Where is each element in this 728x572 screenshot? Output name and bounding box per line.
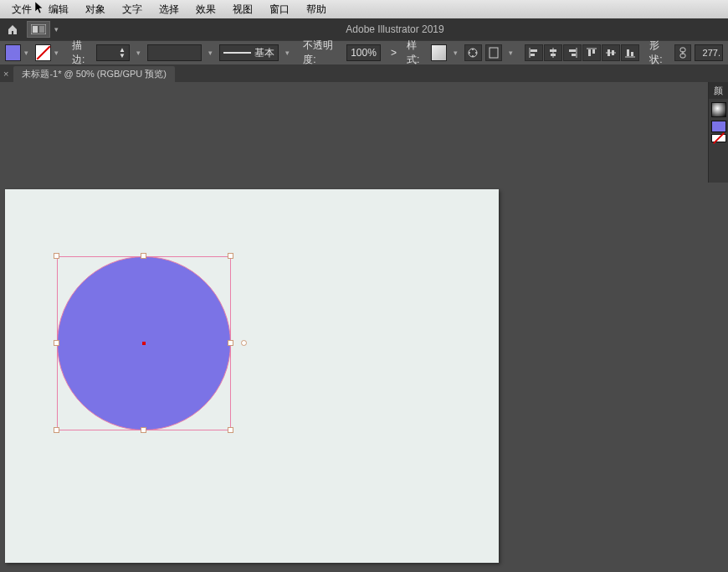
stroke-swatch[interactable] bbox=[35, 44, 51, 61]
live-shape-handle[interactable] bbox=[241, 340, 247, 346]
svg-rect-25 bbox=[627, 49, 629, 56]
side-panel: 颜 bbox=[708, 82, 728, 183]
align-left-icon[interactable] bbox=[525, 44, 543, 61]
handle-bottom-middle[interactable] bbox=[141, 427, 146, 433]
opacity-arrow[interactable]: > bbox=[391, 47, 397, 59]
align-hcenter-icon[interactable] bbox=[544, 44, 562, 61]
shape-link-icon[interactable] bbox=[674, 44, 692, 61]
svg-rect-26 bbox=[631, 52, 633, 56]
menu-file[interactable]: 文件 bbox=[3, 3, 40, 17]
fill-dropdown-icon[interactable]: ▾ bbox=[24, 49, 32, 57]
svg-rect-13 bbox=[550, 49, 556, 52]
fill-swatch[interactable] bbox=[5, 44, 21, 61]
svg-rect-20 bbox=[592, 49, 595, 54]
align-right-icon[interactable] bbox=[563, 44, 582, 61]
svg-point-5 bbox=[475, 52, 477, 54]
svg-rect-14 bbox=[551, 54, 556, 56]
selection-center-icon bbox=[142, 342, 146, 345]
svg-point-4 bbox=[472, 49, 474, 50]
svg-rect-1 bbox=[33, 26, 38, 33]
document-setup-icon[interactable] bbox=[485, 44, 503, 61]
stroke-label: 描边: bbox=[72, 39, 93, 67]
align-top-icon[interactable] bbox=[582, 44, 601, 61]
side-panel-fill-swatch[interactable] bbox=[711, 121, 726, 132]
svg-rect-10 bbox=[531, 49, 537, 52]
doc-setup-dropdown-icon[interactable]: ▾ bbox=[505, 49, 516, 57]
handle-top-right[interactable] bbox=[228, 253, 233, 259]
menu-type[interactable]: 文字 bbox=[114, 3, 151, 17]
handle-middle-right[interactable] bbox=[228, 340, 233, 346]
tab-close-icon[interactable]: × bbox=[3, 69, 8, 79]
shape-width-field[interactable]: 277. bbox=[695, 44, 723, 61]
side-panel-tab[interactable]: 颜 bbox=[709, 82, 728, 99]
handle-bottom-left[interactable] bbox=[54, 427, 59, 433]
opacity-label: 不透明度: bbox=[303, 39, 343, 67]
stroke-weight-stepper-icon[interactable]: ▲▼ bbox=[119, 47, 126, 59]
menu-object[interactable]: 对象 bbox=[77, 3, 114, 17]
align-bottom-icon[interactable] bbox=[621, 44, 639, 61]
opacity-field[interactable]: 100% bbox=[346, 44, 381, 61]
svg-rect-23 bbox=[612, 50, 614, 55]
workspace: 颜 bbox=[0, 82, 728, 572]
handle-bottom-right[interactable] bbox=[228, 427, 233, 433]
svg-rect-16 bbox=[569, 49, 576, 52]
menu-edit[interactable]: 编辑 bbox=[40, 3, 77, 17]
menu-effect[interactable]: 效果 bbox=[187, 3, 224, 17]
svg-rect-8 bbox=[490, 48, 498, 58]
artboard[interactable] bbox=[5, 189, 499, 563]
handle-top-middle[interactable] bbox=[141, 253, 146, 259]
home-icon[interactable] bbox=[3, 20, 22, 39]
svg-point-6 bbox=[472, 55, 474, 57]
align-group bbox=[525, 44, 639, 61]
titlebar: ▾ Adobe Illustrator 2019 bbox=[0, 18, 728, 40]
var-width-dropdown-icon[interactable]: ▾ bbox=[205, 49, 216, 57]
brush-definition[interactable]: 基本 bbox=[219, 44, 279, 61]
stroke-weight-field[interactable]: ▲▼ bbox=[96, 44, 129, 61]
menu-view[interactable]: 视图 bbox=[224, 3, 261, 17]
menubar: 文件 编辑 对象 文字 选择 效果 视图 窗口 帮助 bbox=[0, 0, 728, 18]
brush-dropdown-icon[interactable]: ▾ bbox=[282, 49, 293, 57]
document-tab-bar: × 未标题-1* @ 50% (RGB/GPU 预览) bbox=[0, 65, 728, 82]
svg-point-7 bbox=[469, 52, 470, 54]
svg-rect-19 bbox=[588, 49, 591, 56]
svg-rect-2 bbox=[39, 26, 44, 33]
app-title: Adobe Illustrator 2019 bbox=[62, 23, 728, 35]
recolor-icon[interactable] bbox=[464, 44, 482, 61]
align-vcenter-icon[interactable] bbox=[602, 44, 620, 61]
menu-window[interactable]: 窗口 bbox=[261, 3, 298, 17]
variable-width-profile[interactable] bbox=[147, 44, 202, 61]
graphic-style-swatch[interactable] bbox=[431, 44, 447, 61]
control-bar: ▾ ▾ 描边: ▲▼ ▾ ▾ 基本 ▾ 不透明度: 100% > 样式: ▾ ▾… bbox=[0, 40, 728, 65]
style-label: 样式: bbox=[407, 39, 428, 67]
handle-top-left[interactable] bbox=[54, 253, 59, 259]
svg-rect-17 bbox=[572, 54, 576, 56]
side-panel-stroke-swatch[interactable] bbox=[711, 134, 726, 142]
shape-label: 形状: bbox=[649, 39, 670, 67]
handle-middle-left[interactable] bbox=[54, 340, 59, 346]
stroke-weight-dropdown-icon[interactable]: ▾ bbox=[133, 49, 144, 57]
document-tab[interactable]: 未标题-1* @ 50% (RGB/GPU 预览) bbox=[13, 66, 175, 82]
dropdown-arrow-icon[interactable]: ▾ bbox=[50, 25, 62, 33]
menu-select[interactable]: 选择 bbox=[151, 3, 187, 17]
svg-rect-22 bbox=[608, 49, 610, 56]
svg-rect-11 bbox=[531, 54, 535, 56]
menu-help[interactable]: 帮助 bbox=[298, 3, 335, 17]
brush-stroke-icon bbox=[223, 52, 251, 54]
brush-label: 基本 bbox=[254, 46, 274, 60]
side-panel-gradient-thumb[interactable] bbox=[711, 102, 726, 117]
stroke-dropdown-icon[interactable]: ▾ bbox=[54, 49, 62, 57]
style-dropdown-icon[interactable]: ▾ bbox=[450, 49, 461, 57]
document-arrange-icon[interactable] bbox=[27, 21, 50, 38]
